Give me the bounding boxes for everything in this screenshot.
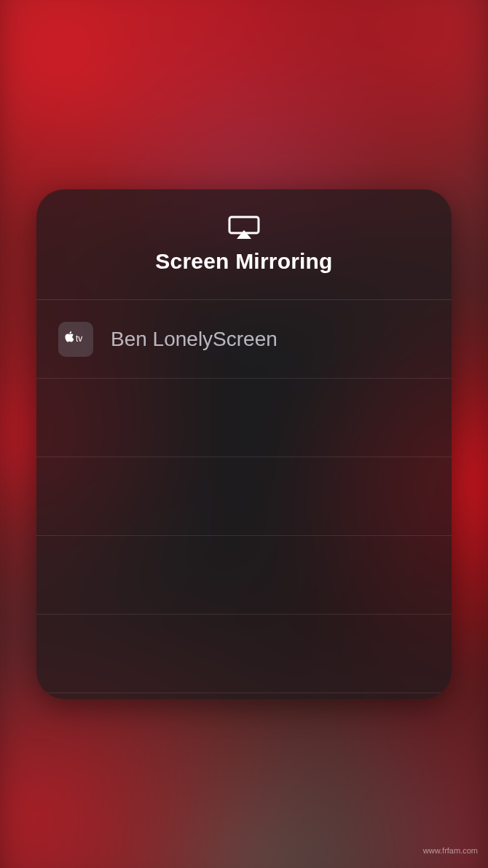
- device-row-empty: [36, 536, 452, 615]
- screen-mirroring-panel: Screen Mirroring tv Ben LonelyScreen: [36, 189, 452, 699]
- device-row-empty: [36, 457, 452, 536]
- apple-tv-icon: tv: [58, 322, 93, 357]
- device-list: tv Ben LonelyScreen: [36, 300, 452, 693]
- device-row-empty: [36, 615, 452, 693]
- watermark: www.frfam.com: [423, 846, 478, 855]
- device-row-empty: [36, 379, 452, 457]
- tv-label: tv: [76, 334, 82, 344]
- device-name-label: Ben LonelyScreen: [111, 328, 278, 351]
- device-row-ben-lonelyscreen[interactable]: tv Ben LonelyScreen: [36, 300, 452, 379]
- panel-header: Screen Mirroring: [36, 189, 452, 300]
- panel-title: Screen Mirroring: [155, 249, 332, 274]
- airplay-icon: [228, 216, 260, 239]
